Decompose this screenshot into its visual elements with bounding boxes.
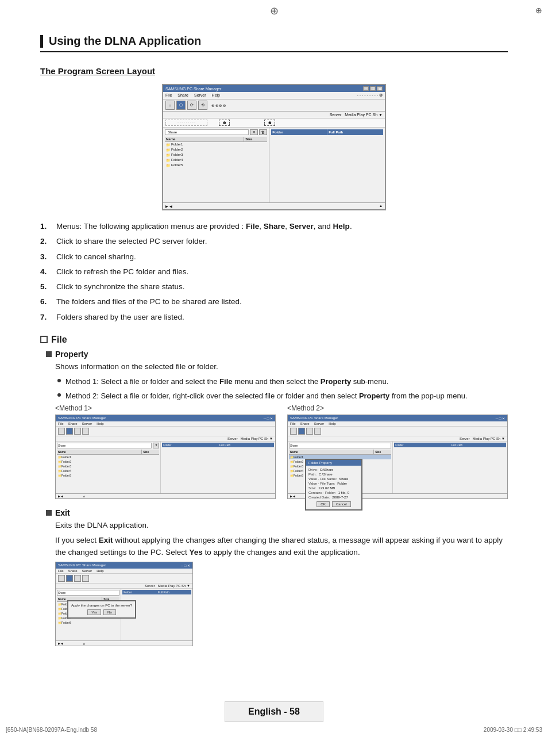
instruction-2: 2. Click to share the selected PC server… xyxy=(40,236,508,247)
remove-share-btn[interactable]: 🗑 xyxy=(259,129,267,135)
instr-text-3: Click to cancel sharing. xyxy=(56,251,508,263)
instruction-4: 4. Click to refresh the PC folder and fi… xyxy=(40,266,508,278)
m1-dropdown-row: Share ▼ xyxy=(57,443,159,448)
dialog-row-size: Size: 123.62 MB xyxy=(308,486,359,490)
dialog-cancel-btn[interactable]: Cancel xyxy=(332,501,351,507)
dialog-label-contains: Contains - Folder: xyxy=(308,491,336,494)
toolbar-btn-2[interactable]: ⬡ xyxy=(176,101,186,110)
close-btn[interactable]: ✕ xyxy=(377,86,383,91)
m2-icon3 xyxy=(306,428,313,435)
program-layout-section: The Program Screen Layout SAMSUNG PC Sha… xyxy=(40,66,508,323)
instr-num-4: 4. xyxy=(40,266,56,278)
instr-text-4: Click to refresh the PC folder and files… xyxy=(56,266,508,278)
file-checkbox-icon xyxy=(40,336,48,343)
method2-text: Method 2: Select a file or folder, right… xyxy=(65,390,468,402)
exit-dropdown[interactable]: Share xyxy=(57,590,119,596)
toolbar-btn-1[interactable]: ↑ xyxy=(165,101,175,110)
menu-file[interactable]: File xyxy=(165,93,172,98)
file-item-1[interactable]: 📁Folder1 xyxy=(165,142,267,147)
m1-file-5: 📁Folder5 xyxy=(57,473,159,478)
dialog-value-filetype: Folder xyxy=(337,482,347,485)
dialog-row-created: Created Date: 2009-7-27 xyxy=(308,496,359,499)
app-title: SAMSUNG PC Share Manager xyxy=(165,87,221,91)
menu-share[interactable]: Share xyxy=(177,93,188,98)
exit-desc2: If you select Exit without applying the … xyxy=(55,535,508,558)
titlebar-buttons: ─ □ ✕ xyxy=(363,86,383,91)
dialog-label-filename: Value - File Name: xyxy=(308,477,337,481)
section-title: Using the DLNA Application xyxy=(49,34,201,48)
instr-num-1: 1. xyxy=(40,221,56,232)
method1-screenshot-col: <Method 1> SAMSUNG PC Share Manager ─ □ … xyxy=(55,404,276,499)
app-toolbar: ↑ ⬡ ⟳ ⟲ ❷ ❸ ❹ ❺ xyxy=(163,99,385,112)
m1-menubar: FileShareServerHelp xyxy=(56,421,275,427)
app-menubar: File Share Server Help - - - - - - - - -… xyxy=(163,92,385,99)
exit-menubar: FileShareServerHelp xyxy=(56,569,192,574)
method2-window: SAMSUNG PC Share Manager ─ □ ✕ FileShare… xyxy=(287,415,508,499)
m2-dropdown-row: Share xyxy=(289,443,391,448)
file-list-header: Name Size xyxy=(165,137,267,142)
maximize-btn[interactable]: □ xyxy=(370,86,376,91)
app-content: Share ▼ 🗑 Name Size 📁Folder1 📁Folder2 📁F… xyxy=(163,128,385,202)
method1-label: <Method 1> xyxy=(55,404,276,412)
dialog-row-path: Path: C:\Share xyxy=(308,473,359,476)
square-bullet-exit-icon xyxy=(46,510,52,516)
instr-num-6: 6. xyxy=(40,296,56,308)
m1-file-2: 📁Folder2 xyxy=(57,459,159,464)
exit-dialog-btns: Yes No xyxy=(71,609,133,615)
col-name-header: Name xyxy=(165,137,244,141)
method2-bullet: Method 2: Select a file or folder, right… xyxy=(57,390,508,402)
exit-subsection: Exit Exits the DLNA application. If you … xyxy=(46,508,508,646)
bullet-dot-1 xyxy=(57,379,61,382)
status-left: ▶ ◀ xyxy=(165,204,172,208)
add-share-btn[interactable]: ▼ xyxy=(250,129,258,135)
m1-toolbar xyxy=(56,427,275,436)
exit-titlebar: SAMSUNG PC Share Manager ─ □ ✕ xyxy=(56,562,192,569)
dialog-label-drive: Drive: xyxy=(308,468,318,471)
dialog-label-size: Size: xyxy=(308,486,316,490)
m1-left: Share ▼ Name Size 📁Folder1 📁Folder2 📁Fol… xyxy=(56,442,161,493)
file-item-3[interactable]: 📁Folder3 xyxy=(165,152,267,158)
m1-dropdown[interactable]: Share xyxy=(57,443,152,448)
media-play-dropdown[interactable]: Media Play PC Sh ▼ xyxy=(345,113,383,117)
exit-window: SAMSUNG PC Share Manager ─ □ ✕ FileShare… xyxy=(55,562,193,646)
instr-text-7: Folders shared by the user are listed. xyxy=(56,312,508,323)
property-heading: Property xyxy=(46,350,508,359)
file-item-5[interactable]: 📁Folder5 xyxy=(165,163,267,168)
footer-info: [650-NA]BN68-02097A-Eng.indb 58 2009-03-… xyxy=(0,727,548,733)
dialog-value-contains: 1 file, 0 xyxy=(338,491,349,494)
method-screenshots-row: <Method 1> SAMSUNG PC Share Manager ─ □ … xyxy=(55,404,508,499)
m2-titlebar: SAMSUNG PC Share Manager ─ □ ✕ xyxy=(288,415,507,421)
col-folder-header: Folder xyxy=(271,129,327,135)
menu-server[interactable]: Server xyxy=(194,93,206,98)
dialog-row-filetype: Value - File Type: Folder xyxy=(308,482,359,485)
share-dropdown[interactable]: Share xyxy=(165,129,249,135)
m2-dropdown[interactable]: Share xyxy=(289,443,391,448)
toolbar-btn-4[interactable]: ⟲ xyxy=(198,101,207,110)
dialog-value-drive: C:\Share xyxy=(320,468,334,471)
m2-serverbar: Server Media Play PC Sh ▼ xyxy=(288,436,507,442)
method2-screenshot-col: <Method 2> SAMSUNG PC Share Manager ─ □ … xyxy=(287,404,508,499)
page-container: ⊕ ⊕ Using the DLNA Application The Progr… xyxy=(0,0,548,756)
exit-yes-btn[interactable]: Yes xyxy=(87,609,101,615)
m1-icon4 xyxy=(82,428,89,435)
menu-help[interactable]: Help xyxy=(212,93,220,98)
instructions-list: 1. Menus: The following application menu… xyxy=(40,221,508,323)
footer-left: [650-NA]BN68-02097A-Eng.indb 58 xyxy=(6,727,97,733)
m2-body: Share Name Size 📁Folder1 📁Folder2 📁Folde… xyxy=(288,442,507,493)
instruction-6: 6. The folders and files of the PC to be… xyxy=(40,296,508,308)
footer-page-number: English - 58 xyxy=(225,701,323,722)
left-panel: Share ▼ 🗑 Name Size 📁Folder1 📁Folder2 📁F… xyxy=(163,128,269,202)
dialog-row-drive: Drive: C:\Share xyxy=(308,468,359,471)
m1-btn1[interactable]: ▼ xyxy=(153,443,159,448)
m1-statusbar: ▶ ◀ ▲ xyxy=(56,493,275,498)
exit-no-btn[interactable]: No xyxy=(103,609,116,615)
file-item-2[interactable]: 📁Folder2 xyxy=(165,147,267,152)
minimize-btn[interactable]: ─ xyxy=(363,86,369,91)
dialog-label-path: Path: xyxy=(308,473,317,476)
instr-text-1: Menus: The following application menus a… xyxy=(56,221,508,232)
dialog-ok-btn[interactable]: OK xyxy=(317,501,330,507)
file-item-4[interactable]: 📁Folder4 xyxy=(165,158,267,163)
m1-list-header: Name Size xyxy=(57,450,159,455)
toolbar-btn-3[interactable]: ⟳ xyxy=(187,101,196,110)
file-section: File Property Shows information on the s… xyxy=(40,335,508,646)
